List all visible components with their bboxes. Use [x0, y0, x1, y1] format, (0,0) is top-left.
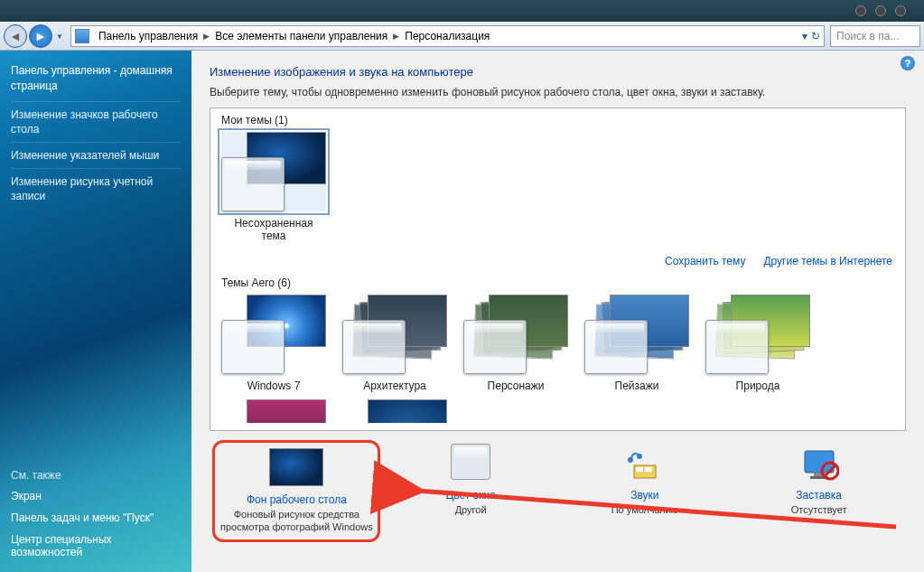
theme-architecture[interactable]: Архитектура	[342, 295, 447, 392]
svg-rect-1	[636, 467, 643, 472]
theme-label: Архитектура	[342, 380, 447, 392]
maximize-icon[interactable]	[875, 5, 886, 16]
minimize-icon[interactable]	[855, 5, 866, 16]
theme-windows7[interactable]: Windows 7	[221, 295, 326, 392]
breadcrumb[interactable]: Все элементы панели управления	[211, 30, 391, 42]
content-area: ? Изменение изображения и звука на компь…	[191, 51, 924, 572]
breadcrumb[interactable]: Персонализация	[401, 30, 493, 42]
sidebar-link-display[interactable]: Экран	[11, 485, 181, 507]
forward-button[interactable]: ►	[29, 24, 52, 48]
option-title[interactable]: Фон рабочего стола	[219, 493, 374, 506]
svg-point-3	[628, 457, 633, 463]
theme-label: Природа	[705, 380, 810, 392]
search-input[interactable]: Поиск в па...	[830, 25, 920, 47]
option-subtitle: По умолчанию	[561, 503, 729, 516]
theme-partial[interactable]	[342, 399, 447, 419]
themes-panel: Мои темы (1) Несохраненная тема Сохранит…	[210, 108, 906, 431]
option-title[interactable]: Цвет окна	[387, 489, 555, 502]
control-panel-home-link[interactable]: Панель управления - домашняя страница	[11, 60, 181, 101]
history-dropdown-icon[interactable]: ▼	[54, 33, 65, 41]
help-icon[interactable]: ?	[901, 56, 915, 70]
option-subtitle: Другой	[387, 503, 555, 516]
sidebar-link-taskbar[interactable]: Панель задач и меню "Пуск"	[11, 507, 181, 529]
theme-landscapes[interactable]: Пейзажи	[584, 295, 689, 392]
screensaver-icon	[792, 444, 846, 483]
aero-themes-header: Темы Aero (6)	[210, 271, 905, 291]
svg-rect-2	[645, 467, 652, 472]
refresh-icon[interactable]: ↻	[811, 30, 820, 42]
theme-glass-thumb	[221, 157, 285, 211]
window-color-option[interactable]: Цвет окна Другой	[387, 444, 555, 542]
theme-label: Несохраненная тема	[221, 217, 326, 242]
wallpaper-icon	[269, 448, 323, 486]
sidebar-link-account-picture[interactable]: Изменение рисунка учетной записи	[11, 168, 181, 209]
desktop-background-option[interactable]: Фон рабочего стола Фоновый рисунок средс…	[212, 440, 380, 542]
toolbar: ◄ ► ▼ Панель управления ▶ Все элементы п…	[0, 22, 924, 51]
see-also-header: См. также	[11, 465, 181, 485]
page-title: Изменение изображения и звука на компьют…	[210, 65, 906, 79]
sounds-icon	[618, 444, 672, 483]
page-description: Выберите тему, чтобы одновременно измени…	[210, 86, 906, 98]
sounds-option[interactable]: Звуки По умолчанию	[561, 444, 729, 542]
breadcrumb[interactable]: Панель управления	[95, 30, 201, 42]
dropdown-icon[interactable]: ▾	[802, 30, 807, 42]
theme-label: Windows 7	[221, 380, 326, 392]
more-themes-link[interactable]: Другие темы в Интернете	[763, 255, 892, 267]
window-titlebar	[0, 0, 924, 22]
close-icon[interactable]	[895, 5, 906, 16]
theme-characters[interactable]: Персонажи	[463, 295, 568, 392]
save-theme-link[interactable]: Сохранить тему	[665, 255, 745, 267]
sidebar: Панель управления - домашняя страница Из…	[0, 51, 191, 572]
sidebar-link-mouse-pointers[interactable]: Изменение указателей мыши	[11, 142, 181, 168]
screensaver-option[interactable]: Заставка Отсутствует	[735, 444, 903, 542]
back-button[interactable]: ◄	[4, 24, 27, 48]
option-subtitle: Отсутствует	[735, 503, 903, 516]
option-subtitle: Фоновый рисунок средства просмотра фотог…	[219, 508, 374, 534]
option-title[interactable]: Заставка	[735, 489, 903, 502]
sidebar-link-ease-of-access[interactable]: Центр специальных возможностей	[11, 529, 181, 563]
bottom-options: Фон рабочего стола Фоновый рисунок средс…	[210, 436, 906, 549]
theme-unsaved[interactable]: Несохраненная тема	[221, 132, 326, 242]
control-panel-icon	[75, 29, 89, 43]
theme-partial[interactable]	[221, 399, 326, 419]
sidebar-link-desktop-icons[interactable]: Изменение значков рабочего стола	[11, 101, 181, 142]
svg-point-4	[637, 454, 642, 459]
color-swatch-icon	[451, 444, 490, 480]
my-themes-header: Мои темы (1)	[210, 108, 905, 128]
chevron-right-icon[interactable]: ▶	[201, 32, 211, 41]
theme-label: Персонажи	[463, 380, 568, 392]
option-title[interactable]: Звуки	[561, 489, 729, 502]
theme-nature[interactable]: Природа	[705, 295, 810, 392]
chevron-right-icon[interactable]: ▶	[391, 32, 401, 41]
address-bar[interactable]: Панель управления ▶ Все элементы панели …	[70, 25, 825, 47]
theme-label: Пейзажи	[584, 380, 689, 392]
